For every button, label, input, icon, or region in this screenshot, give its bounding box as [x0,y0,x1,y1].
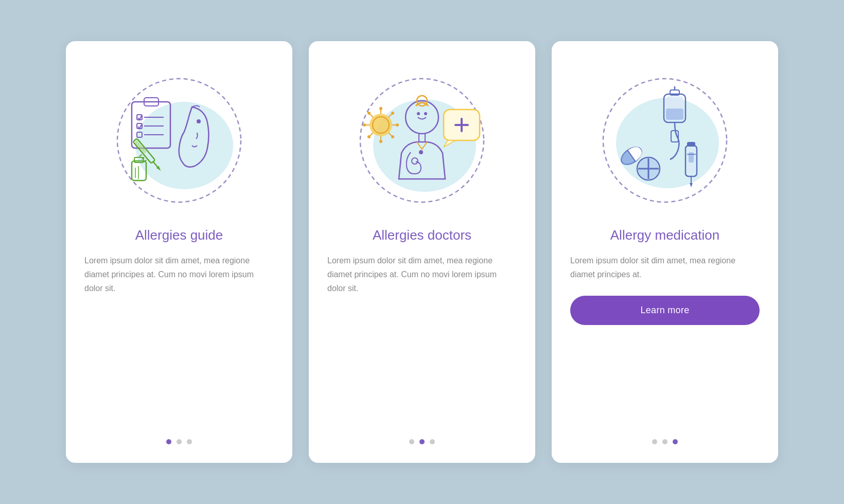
svg-point-27 [424,112,427,115]
dot-1-inactive1 [177,439,182,444]
svg-point-43 [367,112,371,115]
svg-point-31 [419,150,423,154]
svg-point-39 [363,123,366,127]
card-allergy-medication: Allergy medication Lorem ipsum dolor sit… [552,41,778,463]
dot-2-active [419,439,425,444]
card-allergies-doctors: Allergies doctors Lorem ipsum dolor sit … [309,41,535,463]
svg-line-42 [370,114,373,117]
svg-point-37 [379,140,382,143]
svg-marker-68 [690,183,693,187]
svg-point-49 [391,135,394,138]
card2-illustration [309,41,535,227]
card3-illustration [552,41,778,227]
svg-point-41 [396,123,399,127]
card2-dots [409,434,435,444]
card1-title: Allergies guide [120,227,239,243]
card1-illustration [66,41,292,227]
svg-point-45 [391,112,394,115]
card3-dots [652,434,678,444]
card3-body: Lorem ipsum dolor sit dim amet, mea regi… [552,254,778,281]
card3-title: Allergy medication [595,227,735,243]
svg-point-47 [367,135,371,138]
dot-3-inactive2 [662,439,667,444]
card2-title: Allergies doctors [357,227,487,243]
dot-3-inactive1 [652,439,657,444]
dot-2-inactive1 [409,439,414,444]
svg-point-26 [417,112,420,115]
card2-body: Lorem ipsum dolor sit dim amet, mea regi… [309,254,535,296]
svg-rect-66 [687,142,695,147]
dot-1-inactive2 [187,439,192,444]
svg-point-1 [135,102,233,189]
card1-dots [166,434,192,444]
svg-line-46 [370,133,373,136]
dot-3-active [673,439,678,444]
card1-body: Lorem ipsum dolor sit dim amet, mea regi… [66,254,292,296]
card-allergies-guide: Allergies guide Lorem ipsum dolor sit di… [66,41,292,463]
learn-more-button[interactable]: Learn more [570,296,760,325]
dot-1-active [166,439,171,444]
svg-rect-64 [689,152,694,163]
svg-point-35 [379,107,382,110]
cards-container: Allergies guide Lorem ipsum dolor sit di… [66,41,778,463]
svg-point-2 [197,119,201,123]
dot-2-inactive2 [430,439,435,444]
svg-rect-58 [666,109,683,120]
